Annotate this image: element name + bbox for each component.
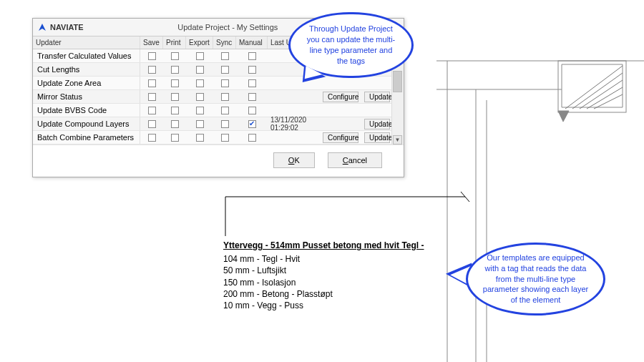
export-checkbox[interactable]: [196, 93, 204, 101]
print-checkbox[interactable]: [171, 120, 179, 128]
scroll-thumb[interactable]: [393, 71, 402, 92]
sync-checkbox[interactable]: [221, 52, 229, 60]
col-updater[interactable]: Updater: [33, 36, 140, 49]
tag-layer: 10 mm - Vegg - Puss: [223, 300, 424, 311]
update-button[interactable]: Update: [364, 92, 390, 102]
export-checkbox[interactable]: [196, 134, 204, 142]
tag-layer: 50 mm - Luftsjikt: [223, 265, 424, 276]
updater-name: Update BVBS Code: [33, 104, 140, 117]
naviate-icon: [37, 22, 47, 32]
export-checkbox[interactable]: [196, 107, 204, 114]
svg-line-10: [594, 94, 623, 109]
svg-line-13: [461, 192, 469, 202]
manual-checkbox[interactable]: [248, 79, 256, 87]
ok-button[interactable]: OK: [273, 152, 315, 168]
table-row: Update Zone Area: [33, 77, 404, 90]
print-checkbox[interactable]: [171, 52, 179, 60]
svg-rect-5: [558, 61, 626, 112]
manual-checkbox[interactable]: [248, 93, 256, 101]
configure-button[interactable]: Configure: [323, 92, 358, 102]
export-checkbox[interactable]: [196, 120, 204, 128]
svg-line-6: [565, 66, 623, 109]
svg-line-7: [572, 73, 623, 109]
callout-text: Our templates are equipped with a tag th…: [481, 253, 590, 305]
manual-checkbox[interactable]: [248, 107, 256, 114]
svg-line-8: [580, 80, 623, 109]
updater-name: Transfer Calculated Values: [33, 49, 140, 62]
export-checkbox[interactable]: [196, 66, 204, 74]
sync-checkbox[interactable]: [221, 93, 229, 101]
col-export[interactable]: Export: [186, 36, 213, 49]
svg-marker-14: [39, 24, 46, 31]
print-checkbox[interactable]: [171, 66, 179, 74]
save-checkbox[interactable]: [148, 79, 156, 87]
tag-layer: 104 mm - Tegl - Hvit: [223, 253, 424, 265]
callout-templates-tag: Our templates are equipped with a tag th…: [466, 243, 605, 315]
print-checkbox[interactable]: [171, 107, 179, 114]
update-button[interactable]: Update: [364, 119, 390, 129]
export-checkbox[interactable]: [196, 79, 204, 87]
sync-checkbox[interactable]: [221, 79, 229, 87]
save-checkbox[interactable]: [148, 52, 156, 60]
export-checkbox[interactable]: [196, 52, 204, 60]
save-checkbox[interactable]: [148, 120, 156, 128]
manual-checkbox[interactable]: [248, 52, 256, 60]
col-print[interactable]: Print: [163, 36, 186, 49]
manual-checkbox[interactable]: [248, 66, 256, 74]
table-row: Batch Combine ParametersConfigureUpdate: [33, 131, 404, 145]
updater-name: Batch Combine Parameters: [33, 131, 140, 144]
tag-title: Yttervegg - 514mm Pusset betong med hvit…: [223, 240, 424, 251]
print-checkbox[interactable]: [171, 79, 179, 87]
manual-checkbox[interactable]: [248, 134, 256, 142]
table-row: Update BVBS Code: [33, 104, 404, 117]
brand-text: NAVIATE: [50, 23, 84, 31]
table-row: Mirror StatusConfigureUpdate: [33, 90, 404, 104]
brand-logo: NAVIATE: [37, 22, 84, 32]
sync-checkbox[interactable]: [221, 134, 229, 142]
updater-name: Cut Lengths: [33, 63, 140, 76]
tag-layer: 200 mm - Betong - Plasstøpt: [223, 288, 424, 300]
last-update-cell: [268, 131, 320, 144]
callout-text: Through Update Project you can update th…: [303, 24, 399, 66]
print-checkbox[interactable]: [171, 134, 179, 142]
cancel-button[interactable]: Cancel: [328, 152, 382, 168]
scroll-down-icon[interactable]: ▼: [393, 135, 402, 145]
col-manual[interactable]: Manual: [236, 36, 268, 49]
save-checkbox[interactable]: [148, 134, 156, 142]
sync-checkbox[interactable]: [221, 107, 229, 114]
save-checkbox[interactable]: [148, 107, 156, 114]
save-checkbox[interactable]: [148, 66, 156, 74]
configure-button[interactable]: Configure: [323, 132, 358, 143]
updater-name: Update Zone Area: [33, 77, 140, 89]
table-row: Update Compound Layers13/11/2020 01:29:0…: [33, 117, 404, 131]
manual-checkbox[interactable]: [248, 120, 256, 128]
dialog-button-row: OK Cancel: [33, 145, 404, 177]
col-save[interactable]: Save: [140, 36, 163, 49]
updater-name: Update Compound Layers: [33, 117, 140, 130]
sync-checkbox[interactable]: [221, 66, 229, 74]
updater-name: Mirror Status: [33, 90, 140, 103]
last-update-cell: [268, 90, 320, 103]
svg-line-9: [587, 87, 623, 109]
update-button[interactable]: Update: [364, 132, 390, 143]
sync-checkbox[interactable]: [221, 120, 229, 128]
last-update-cell: [268, 104, 320, 117]
save-checkbox[interactable]: [148, 93, 156, 101]
last-update-cell: 13/11/2020 01:29:02: [268, 117, 320, 130]
tag-layer: 150 mm - Isolasjon: [223, 277, 424, 288]
wall-tag: Yttervegg - 514mm Pusset betong med hvit…: [223, 240, 424, 311]
col-sync[interactable]: Sync: [213, 36, 236, 49]
print-checkbox[interactable]: [171, 93, 179, 101]
